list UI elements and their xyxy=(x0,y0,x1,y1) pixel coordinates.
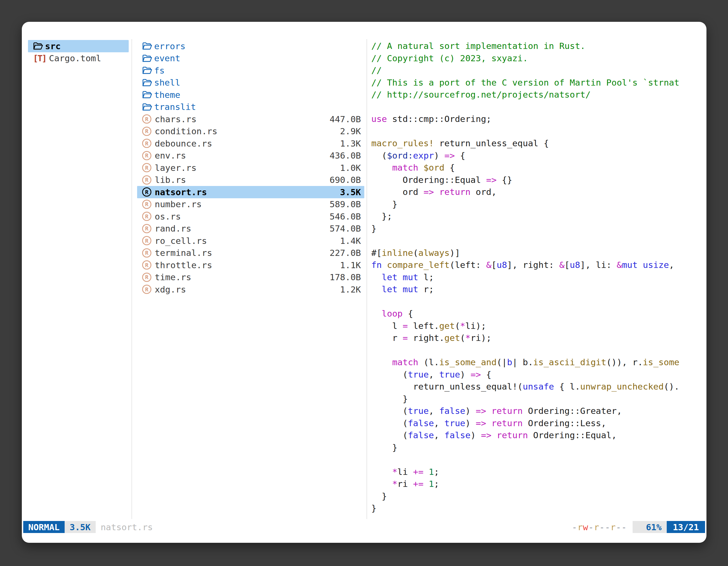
file-size: 690.0B xyxy=(330,175,361,185)
file-name: terminal.rs xyxy=(155,248,212,258)
file-size: 1.0K xyxy=(340,163,361,173)
file-name: Cargo.toml xyxy=(49,53,101,63)
code-line: // http://sourcefrog.net/projects/natsor… xyxy=(371,89,706,101)
file-row-xdg.rs[interactable]: Rxdg.rs1.2K xyxy=(137,283,364,295)
code-line: r = right.get(*ri); xyxy=(371,332,706,344)
code-line xyxy=(371,235,706,247)
file-row-number.rs[interactable]: Rnumber.rs589.0B xyxy=(137,198,364,211)
pane-divider xyxy=(367,39,367,519)
code-line: }; xyxy=(371,210,706,223)
mode-indicator: NORMAL xyxy=(23,521,65,533)
code-line: macro_rules! return_unless_equal { xyxy=(371,137,706,150)
rust-file-icon: R xyxy=(142,139,151,148)
file-name: os.rs xyxy=(155,212,181,222)
file-size: 589.0B xyxy=(330,199,361,209)
code-line: } xyxy=(371,490,706,502)
rust-file-icon: R xyxy=(142,200,151,209)
code-line xyxy=(371,454,706,466)
rust-file-icon: R xyxy=(142,285,151,294)
file-size: 447.0B xyxy=(330,114,361,124)
code-line: // Copyright (c) 2023, sxyazi. xyxy=(371,52,706,65)
code-line xyxy=(371,101,706,113)
code-line: fn compare_left(left: &[u8], right: &[u8… xyxy=(371,259,706,271)
rust-file-icon: R xyxy=(142,114,151,124)
file-size: 3.5K xyxy=(340,187,361,197)
file-row-src[interactable]: src xyxy=(28,40,129,52)
file-name: chars.rs xyxy=(155,114,196,124)
code-line: let mut r; xyxy=(371,283,706,295)
code-line: ord => return ord, xyxy=(371,186,706,198)
file-row-os.rs[interactable]: Ros.rs546.0B xyxy=(137,210,364,223)
yazi-window: src[T]Cargo.toml errorseventfsshelltheme… xyxy=(22,22,706,543)
code-line: } xyxy=(371,198,706,211)
code-line: (false, false) => return Ordering::Equal… xyxy=(371,429,706,441)
file-size: 178.0B xyxy=(330,272,361,282)
status-bar: NORMAL 3.5K natsort.rs -rw-r--r-- 61% 13… xyxy=(23,521,705,533)
folder-icon xyxy=(142,78,152,87)
file-row-terminal.rs[interactable]: Rterminal.rs227.0B xyxy=(137,247,364,259)
file-name: theme xyxy=(154,90,180,100)
file-row-chars.rs[interactable]: Rchars.rs447.0B xyxy=(137,113,364,125)
file-row-condition.rs[interactable]: Rcondition.rs2.9K xyxy=(137,125,364,138)
code-line xyxy=(371,295,706,308)
file-name: time.rs xyxy=(155,272,191,282)
file-row-layer.rs[interactable]: Rlayer.rs1.0K xyxy=(137,162,364,174)
code-line: return_unless_equal!(unsafe { l.unwrap_u… xyxy=(371,380,706,393)
file-size: 546.0B xyxy=(330,212,361,222)
file-size: 1.4K xyxy=(340,236,361,246)
folder-icon xyxy=(33,41,43,51)
file-size: 227.0B xyxy=(330,248,361,258)
file-row-lib.rs[interactable]: Rlib.rs690.0B xyxy=(137,174,364,186)
file-row-env.rs[interactable]: Renv.rs436.0B xyxy=(137,150,364,162)
preview-pane[interactable]: // A natural sort implementation in Rust… xyxy=(371,40,706,515)
code-line xyxy=(371,125,706,138)
file-row-debounce.rs[interactable]: Rdebounce.rs1.3K xyxy=(137,137,364,150)
code-line: let mut l; xyxy=(371,271,706,283)
parent-pane[interactable]: src[T]Cargo.toml xyxy=(22,40,131,64)
code-line: (true, false) => return Ordering::Greate… xyxy=(371,405,706,417)
file-name: fs xyxy=(154,65,165,76)
rust-file-icon: R xyxy=(142,151,151,160)
current-pane[interactable]: errorseventfsshellthemetranslitRchars.rs… xyxy=(131,40,367,295)
code-line: } xyxy=(371,223,706,235)
file-row-event[interactable]: event xyxy=(137,52,364,65)
file-size: 1.2K xyxy=(340,284,361,294)
file-row-natsort.rs[interactable]: Rnatsort.rs3.5K xyxy=(137,186,364,198)
permissions-indicator: -rw-r--r-- xyxy=(572,522,627,532)
rust-file-icon: R xyxy=(142,212,151,221)
folder-icon xyxy=(142,54,152,63)
rust-file-icon: R xyxy=(142,261,151,270)
file-size-indicator: 3.5K xyxy=(65,521,96,533)
code-line: match $ord { xyxy=(371,162,706,174)
file-name: natsort.rs xyxy=(155,187,207,197)
file-row-shell[interactable]: shell xyxy=(137,77,364,89)
file-row-throttle.rs[interactable]: Rthrottle.rs1.1K xyxy=(137,259,364,271)
file-row-translit[interactable]: translit xyxy=(137,101,364,113)
code-line: } xyxy=(371,441,706,454)
file-row-Cargo.toml[interactable]: [T]Cargo.toml xyxy=(28,52,129,65)
code-line: use std::cmp::Ordering; xyxy=(371,113,706,125)
code-line: // This is a port of the C version of Ma… xyxy=(371,77,706,89)
rust-file-icon: R xyxy=(142,127,151,136)
file-size: 2.9K xyxy=(340,126,361,136)
file-row-rand.rs[interactable]: Rrand.rs574.0B xyxy=(137,223,364,235)
scroll-percent-indicator: 61% xyxy=(633,521,667,533)
status-filename: natsort.rs xyxy=(101,522,153,532)
file-row-ro_cell.rs[interactable]: Rro_cell.rs1.4K xyxy=(137,235,364,247)
file-name: event xyxy=(154,53,180,63)
file-row-theme[interactable]: theme xyxy=(137,89,364,101)
file-row-errors[interactable]: errors xyxy=(137,40,364,52)
code-line: (true, true) => { xyxy=(371,368,706,381)
file-size: 1.3K xyxy=(340,139,361,149)
cursor-position-indicator: 13/21 xyxy=(667,521,705,533)
file-name: xdg.rs xyxy=(155,284,186,294)
file-name: errors xyxy=(154,41,185,51)
folder-icon xyxy=(142,66,152,75)
code-line: l = left.get(*li); xyxy=(371,320,706,332)
folder-icon xyxy=(142,41,152,51)
code-line: match (l.is_some_and(|b| b.is_ascii_digi… xyxy=(371,356,706,368)
file-name: number.rs xyxy=(155,199,202,209)
code-line: #[inline(always)] xyxy=(371,247,706,259)
file-row-time.rs[interactable]: Rtime.rs178.0B xyxy=(137,271,364,283)
file-row-fs[interactable]: fs xyxy=(137,64,364,77)
